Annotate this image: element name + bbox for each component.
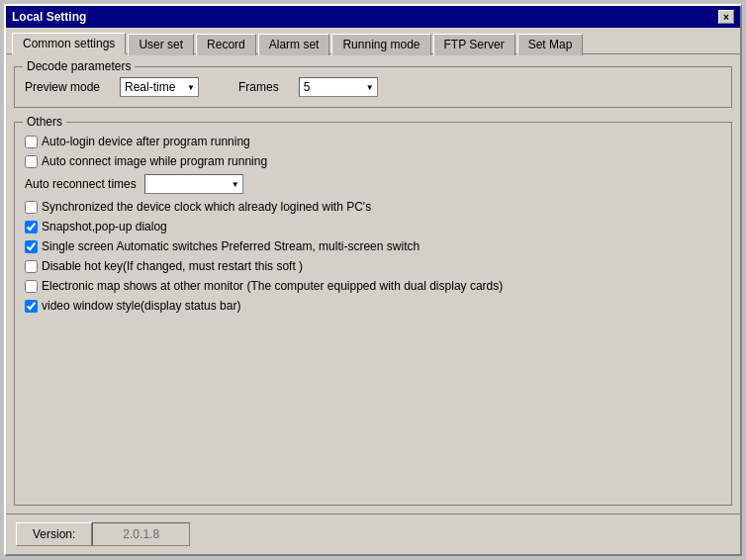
preview-mode-select[interactable]: Real-time Smooth xyxy=(120,77,199,97)
video-window-label: video window style(display status bar) xyxy=(42,299,240,313)
title-bar: Local Setting × xyxy=(6,6,740,28)
synchronized-label: Synchronized the device clock which alre… xyxy=(42,200,371,214)
checkbox-single-screen: Single screen Automatic switches Preferr… xyxy=(25,239,721,253)
snapshot-label: Snapshot,pop-up dialog xyxy=(42,220,167,233)
tab-record[interactable]: Record xyxy=(196,34,256,55)
tab-user-set[interactable]: User set xyxy=(128,34,194,55)
main-window: Local Setting × Common settings User set… xyxy=(4,4,742,556)
tab-bar: Common settings User set Record Alarm se… xyxy=(6,28,740,53)
frames-select[interactable]: 1 2 3 4 5 6 7 8 xyxy=(299,77,378,97)
checkbox-auto-login: Auto-login device after program running xyxy=(25,135,721,148)
auto-reconnect-select-wrapper[interactable] xyxy=(144,174,243,194)
preview-mode-select-wrapper[interactable]: Real-time Smooth xyxy=(120,77,199,97)
tab-running-mode[interactable]: Running mode xyxy=(331,34,430,55)
checkbox-electronic-map: Electronic map shows at other monitor (T… xyxy=(25,279,721,293)
others-group-title: Others xyxy=(23,115,66,129)
single-screen-checkbox[interactable] xyxy=(25,240,38,253)
bottom-bar: Version: 2.0.1.8 xyxy=(6,513,740,554)
auto-reconnect-label: Auto reconnect times xyxy=(25,177,137,191)
auto-reconnect-row: Auto reconnect times xyxy=(25,174,721,194)
checkbox-auto-connect: Auto connect image while program running xyxy=(25,154,721,168)
close-button[interactable]: × xyxy=(718,10,734,24)
others-checkboxes: Auto-login device after program running … xyxy=(25,135,721,313)
electronic-map-checkbox[interactable] xyxy=(25,280,38,293)
disable-hotkey-checkbox[interactable] xyxy=(25,260,38,273)
checkbox-synchronized: Synchronized the device clock which alre… xyxy=(25,200,721,214)
decode-parameters-group: Decode parameters Preview mode Real-time… xyxy=(14,66,732,108)
auto-reconnect-select[interactable] xyxy=(144,174,243,194)
auto-login-checkbox[interactable] xyxy=(25,136,38,148)
video-window-checkbox[interactable] xyxy=(25,300,38,313)
auto-connect-label: Auto connect image while program running xyxy=(42,154,267,168)
synchronized-checkbox[interactable] xyxy=(25,201,38,214)
tab-alarm-set[interactable]: Alarm set xyxy=(258,34,330,55)
single-screen-label: Single screen Automatic switches Preferr… xyxy=(42,239,420,253)
checkbox-snapshot: Snapshot,pop-up dialog xyxy=(25,220,721,233)
tab-set-map[interactable]: Set Map xyxy=(517,34,584,55)
snapshot-checkbox[interactable] xyxy=(25,221,38,233)
window-title: Local Setting xyxy=(12,10,86,24)
tab-common-settings[interactable]: Common settings xyxy=(12,33,126,54)
frames-label: Frames xyxy=(238,80,279,94)
tab-ftp-server[interactable]: FTP Server xyxy=(433,34,515,55)
auto-login-label: Auto-login device after program running xyxy=(42,135,250,148)
checkbox-disable-hotkey: Disable hot key(If changed, must restart… xyxy=(25,259,721,273)
decode-group-title: Decode parameters xyxy=(23,59,135,73)
content-area: Decode parameters Preview mode Real-time… xyxy=(6,53,740,513)
electronic-map-label: Electronic map shows at other monitor (T… xyxy=(42,279,503,293)
disable-hotkey-label: Disable hot key(If changed, must restart… xyxy=(42,259,303,273)
version-button[interactable]: Version: xyxy=(16,522,92,546)
checkbox-video-window: video window style(display status bar) xyxy=(25,299,721,313)
preview-mode-label: Preview mode xyxy=(25,80,100,94)
frames-select-wrapper[interactable]: 1 2 3 4 5 6 7 8 xyxy=(299,77,378,97)
version-value: 2.0.1.8 xyxy=(92,522,190,546)
auto-connect-checkbox[interactable] xyxy=(25,155,38,168)
others-group: Others Auto-login device after program r… xyxy=(14,122,732,506)
decode-row: Preview mode Real-time Smooth Frames 1 2… xyxy=(25,77,721,97)
